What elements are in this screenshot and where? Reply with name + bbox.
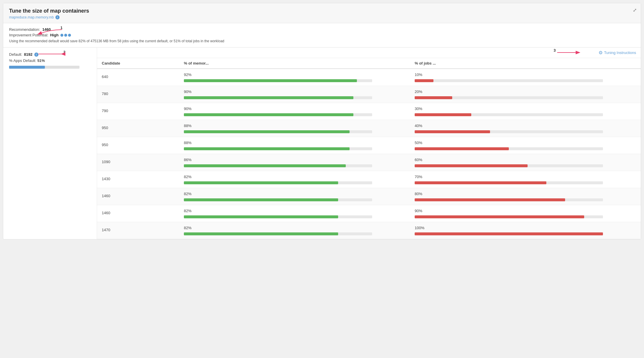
description-text: Using the recommended default would save…	[9, 39, 635, 43]
jobs-bar-wrapper	[415, 181, 603, 184]
table-row: 790 90% 30%	[97, 103, 641, 120]
memory-bar-wrapper	[184, 232, 372, 235]
dot-3	[68, 34, 71, 37]
cell-memory: 88%	[179, 137, 410, 154]
table-row: 780 90% 20%	[97, 86, 641, 103]
cell-jobs: 10%	[410, 69, 641, 86]
main-container: ⤢ Tune the size of map containers mapred…	[3, 3, 641, 239]
cell-candidate: 950	[97, 120, 179, 137]
apps-default-progress-fill	[9, 66, 45, 69]
memory-bar-wrapper	[184, 113, 372, 116]
memory-bar-fill	[184, 232, 338, 235]
cell-candidate: 640	[97, 69, 179, 86]
cell-jobs: 90%	[410, 205, 641, 222]
tuning-instructions-button[interactable]: ⚙ Tuning Instructions	[599, 50, 636, 55]
jobs-pct-value: 40%	[415, 124, 636, 128]
candidate-value: 790	[102, 109, 174, 113]
cell-jobs: 40%	[410, 120, 641, 137]
header-memory: % of memor...	[179, 58, 410, 68]
memory-pct-value: 82%	[184, 209, 405, 213]
jobs-bar-wrapper	[415, 79, 603, 82]
cell-candidate: 1470	[97, 222, 179, 239]
jobs-bar-wrapper	[415, 96, 603, 99]
table-header: Candidate % of memor... % of jobs ...	[97, 58, 641, 69]
memory-bar-wrapper	[184, 215, 372, 218]
cell-memory: 92%	[179, 69, 410, 86]
expand-icon[interactable]: ⤢	[633, 7, 637, 13]
table-row: 1460 82% 80%	[97, 188, 641, 205]
jobs-bar-fill	[415, 215, 584, 218]
tuning-instructions-label: Tuning Instructions	[604, 50, 636, 55]
table-row: 1460 82% 90%	[97, 205, 641, 222]
cell-candidate: 1430	[97, 171, 179, 188]
table-body: 640 92% 10% 780 90% 20%	[97, 69, 641, 239]
cell-memory: 82%	[179, 188, 410, 205]
cell-candidate: 1090	[97, 154, 179, 171]
cell-memory: 82%	[179, 171, 410, 188]
memory-bar-fill	[184, 79, 357, 82]
jobs-bar-wrapper	[415, 130, 603, 133]
tuning-icon: ⚙	[599, 50, 603, 55]
info-icon[interactable]: i	[55, 15, 60, 19]
memory-bar-wrapper	[184, 130, 372, 133]
memory-bar-fill	[184, 215, 338, 218]
candidate-value: 950	[102, 143, 174, 147]
candidate-value: 950	[102, 126, 174, 130]
annotation-2-arrow	[30, 50, 71, 61]
table: Candidate % of memor... % of jobs ... 64…	[97, 58, 641, 239]
jobs-bar-wrapper	[415, 198, 603, 201]
jobs-bar-fill	[415, 130, 490, 133]
jobs-bar-fill	[415, 198, 565, 201]
recommendation-section: 1 Recommendation: 1460 Improvement Poten…	[3, 23, 641, 48]
default-label: Default:	[9, 52, 22, 57]
cell-jobs: 80%	[410, 188, 641, 205]
cell-memory: 86%	[179, 154, 410, 171]
memory-pct-value: 86%	[184, 158, 405, 162]
candidate-value: 1460	[102, 211, 174, 215]
table-row: 950 88% 50%	[97, 137, 641, 154]
cell-candidate: 1460	[97, 188, 179, 205]
jobs-pct-value: 20%	[415, 90, 636, 94]
candidate-value: 780	[102, 92, 174, 96]
jobs-pct-value: 80%	[415, 192, 636, 196]
cell-candidate: 950	[97, 137, 179, 154]
jobs-pct-value: 50%	[415, 141, 636, 145]
candidate-value: 1460	[102, 194, 174, 198]
table-row: 1430 82% 70%	[97, 171, 641, 188]
cell-candidate: 790	[97, 103, 179, 120]
memory-pct-value: 82%	[184, 226, 405, 230]
jobs-pct-value: 60%	[415, 158, 636, 162]
memory-pct-value: 90%	[184, 90, 405, 94]
jobs-pct-value: 90%	[415, 209, 636, 213]
page-title: Tune the size of map containers	[9, 8, 635, 14]
table-row: 640 92% 10%	[97, 69, 641, 86]
jobs-bar-fill	[415, 79, 433, 82]
memory-pct-value: 82%	[184, 192, 405, 196]
jobs-bar-fill	[415, 232, 603, 235]
cell-jobs: 50%	[410, 137, 641, 154]
recommendation-line: Recommendation: 1460	[9, 27, 635, 32]
annotation-3-label: 3	[554, 48, 556, 53]
improvement-line: Improvement Potential: High	[9, 33, 635, 37]
cell-jobs: 60%	[410, 154, 641, 171]
cell-memory: 90%	[179, 86, 410, 103]
memory-bar-wrapper	[184, 79, 372, 82]
table-row: 950 88% 40%	[97, 120, 641, 137]
memory-bar-wrapper	[184, 147, 372, 150]
cell-jobs: 70%	[410, 171, 641, 188]
subtitle-text: mapreduce.map.memory.mb	[9, 15, 54, 19]
cell-memory: 90%	[179, 103, 410, 120]
candidate-value: 1090	[102, 160, 174, 164]
jobs-pct-value: 100%	[415, 226, 636, 230]
jobs-pct-value: 30%	[415, 107, 636, 111]
jobs-pct-value: 70%	[415, 175, 636, 179]
cell-jobs: 100%	[410, 222, 641, 239]
memory-bar-wrapper	[184, 198, 372, 201]
jobs-bar-fill	[415, 113, 471, 116]
memory-bar-fill	[184, 113, 353, 116]
left-panel: 2 Default: 8192 i % Apps Default: 51%	[3, 48, 97, 239]
main-section: 2 Default: 8192 i % Apps Default: 51%	[3, 48, 641, 239]
memory-pct-value: 88%	[184, 124, 405, 128]
header-candidate: Candidate	[97, 58, 179, 68]
right-panel: 3 ⚙ Tuning Instructions Candidate % of m…	[97, 48, 641, 239]
